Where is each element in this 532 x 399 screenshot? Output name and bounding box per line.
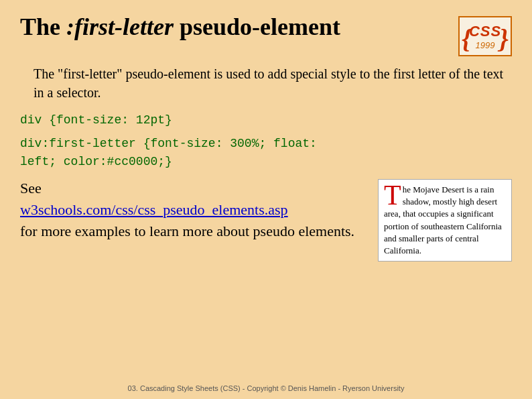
brace-left-icon: {	[462, 23, 471, 54]
title-code: :first-letter	[66, 13, 174, 40]
css-logo: { CSS 1999 }	[458, 16, 512, 56]
description-text: The "first-letter" pseudo-element is use…	[34, 64, 512, 102]
demo-box: The Mojave Desert is a rain shadow, most…	[378, 179, 512, 262]
brace-right-icon: }	[499, 23, 509, 54]
demo-body-text: he Mojave Desert is a rain shadow, mostl…	[384, 184, 502, 255]
header-row: The :first-letter pseudo-element { CSS 1…	[20, 13, 512, 56]
css-logo-year: 1999	[476, 40, 495, 50]
see-more-text: See w3schools.com/css/css_pseudo_element…	[20, 178, 367, 242]
slide: The :first-letter pseudo-element { CSS 1…	[0, 0, 532, 399]
code-line2-text: div:first-letter {font-size: 300%; float…	[20, 137, 317, 150]
slide-title: The :first-letter pseudo-element	[20, 13, 452, 41]
code-line3-text: left; color:#cc0000;}	[20, 155, 172, 168]
w3schools-link[interactable]: w3schools.com/css/css_pseudo_elements.as…	[20, 201, 288, 218]
title-part1: The	[20, 13, 66, 40]
demo-first-letter: T	[384, 184, 401, 208]
for-more-text: for more examples to learn more about ps…	[20, 223, 354, 239]
footer-text: 03. Cascading Style Sheets (CSS) - Copyr…	[0, 384, 532, 392]
css-logo-text: CSS	[469, 23, 501, 40]
bottom-section: See w3schools.com/css/css_pseudo_element…	[20, 178, 512, 262]
see-label: See	[20, 180, 42, 196]
code-line2: div:first-letter {font-size: 300%; float…	[20, 135, 512, 171]
code-line1: div {font-size: 12pt}	[20, 111, 512, 129]
title-part2: pseudo-element	[174, 13, 340, 40]
